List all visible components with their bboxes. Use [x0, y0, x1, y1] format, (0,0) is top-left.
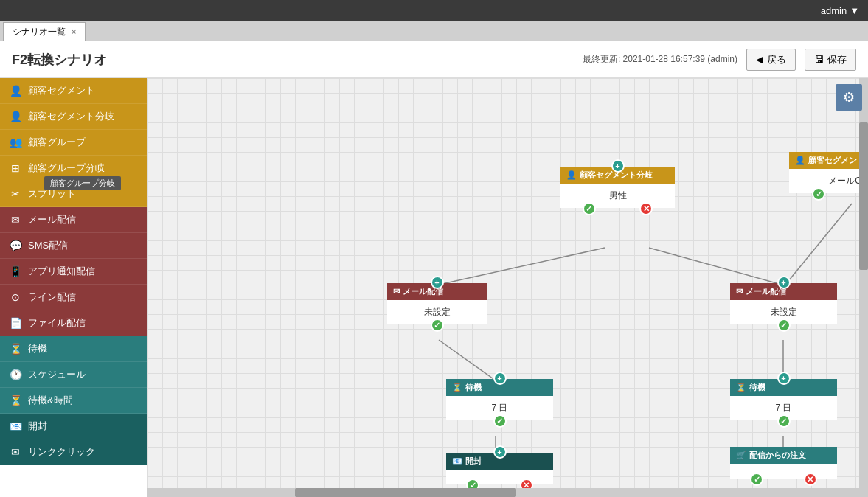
topbar: admin ▼	[0, 0, 868, 21]
sidebar-item-label: スケジュール	[28, 368, 86, 381]
horizontal-scrollbar[interactable]	[147, 488, 868, 497]
flow-canvas[interactable]: ⚙ + 👤 顧客セグメント分岐 男性 ✓ ✕ 👤 顧客セ	[147, 78, 868, 497]
sidebar-item-sms-delivery[interactable]: 💬 SMS配信	[0, 233, 147, 259]
sidebar-item-label: 顧客グループ	[28, 136, 86, 149]
vertical-scrollbar[interactable]	[859, 78, 868, 488]
node-header-label: 開封	[465, 456, 482, 467]
node-header: 👤 顧客セグメント分岐	[789, 152, 868, 169]
connector-top-1[interactable]: +	[611, 159, 625, 173]
node-wait-1[interactable]: + ⏳ 待機 7 日 ✓	[446, 379, 553, 420]
node-header-icon: 🛒	[736, 451, 746, 460]
svg-line-6	[785, 204, 852, 285]
sidebar-item-label: 開封	[28, 420, 47, 433]
settings-icon: ⚙	[843, 89, 855, 105]
back-button[interactable]: ◀ 戻る	[746, 49, 796, 71]
sidebar-item-label: 顧客セグメント分岐	[28, 110, 114, 123]
sidebar-item-app-push[interactable]: 📱 アプリ通知配信	[0, 259, 147, 285]
node-header-icon: ✉	[736, 287, 743, 296]
save-button[interactable]: 🖫 保存	[805, 49, 856, 71]
node-header-icon: ✉	[393, 287, 400, 296]
admin-dropdown[interactable]: admin ▼	[821, 5, 859, 16]
sidebar-item-label: SMS配信	[28, 239, 68, 252]
scenario-list-tab[interactable]: シナリオ一覧 ×	[3, 22, 86, 41]
connector-check-order1[interactable]: ✓	[750, 473, 763, 486]
customer-segment-branch-icon: 👤	[9, 110, 22, 123]
sidebar-item-wait-time[interactable]: ⏳ 待機&時間	[0, 388, 147, 414]
sidebar-item-link-click[interactable]: ✉ リンククリック	[0, 439, 147, 465]
canvas-settings-button[interactable]: ⚙	[836, 84, 862, 111]
sidebar-item-customer-group-branch[interactable]: ⊞ 顧客グループ分岐 顧客グループ分岐	[0, 156, 147, 181]
horizontal-scrollbar-thumb[interactable]	[295, 488, 516, 497]
back-label: 戻る	[767, 53, 786, 66]
sidebar-item-label: 顧客グループ分岐	[28, 161, 105, 175]
sidebar-item-line-delivery[interactable]: ⊙ ライン配信	[0, 285, 147, 310]
node-segment-branch-2[interactable]: 👤 顧客セグメント分岐 メールOK ✓ ✕	[789, 152, 868, 193]
connector-top-mail1[interactable]: +	[431, 276, 444, 289]
sidebar-item-customer-segment[interactable]: 👤 顧客セグメント	[0, 78, 147, 104]
split-icon: ✂	[9, 187, 22, 201]
sidebar-item-label: リンククリック	[28, 445, 95, 459]
svg-line-1	[649, 248, 782, 285]
sidebar-item-open[interactable]: 📧 開封	[0, 414, 147, 439]
connector-check-2[interactable]: ✓	[812, 187, 825, 201]
sidebar: 👤 顧客セグメント 👤 顧客セグメント分岐 👥 顧客グループ ⊞ 顧客グループ分…	[0, 78, 147, 497]
connector-top-open1[interactable]: +	[493, 445, 507, 459]
node-body: メールOK	[789, 169, 868, 193]
sidebar-item-label: 待機	[28, 342, 47, 355]
node-segment-branch-1[interactable]: + 👤 顧客セグメント分岐 男性 ✓ ✕	[560, 167, 675, 208]
node-mail-1[interactable]: + ✉ メール配信 未設定 ✓	[387, 283, 487, 324]
open-icon: 📧	[9, 420, 22, 433]
node-header-icon: ⏳	[452, 383, 462, 392]
tooltip-customer-group-branch: 顧客グループ分岐	[44, 176, 121, 190]
back-icon: ◀	[756, 54, 763, 65]
admin-label: admin	[821, 5, 847, 16]
connector-check-mail1[interactable]: ✓	[431, 319, 444, 332]
node-wait-2[interactable]: + ⏳ 待機 7 日 ✓	[730, 379, 837, 420]
node-open-1[interactable]: + 📧 開封 ✓ ✕	[446, 453, 553, 484]
sidebar-item-customer-segment-branch[interactable]: 👤 顧客セグメント分岐	[0, 104, 147, 130]
node-header-label: 配信からの注文	[749, 450, 806, 461]
node-header-label: 待機	[749, 382, 765, 393]
svg-line-2	[439, 340, 496, 380]
sidebar-item-label: ライン配信	[28, 291, 76, 304]
tab-close-button[interactable]: ×	[72, 27, 76, 36]
connector-top-wait2[interactable]: +	[777, 372, 791, 385]
connector-top-wait1[interactable]: +	[493, 372, 507, 385]
node-header: 🛒 配信からの注文	[730, 447, 837, 464]
vertical-scrollbar-thumb[interactable]	[859, 122, 868, 270]
customer-group-icon: 👥	[9, 136, 22, 149]
connector-x-1[interactable]: ✕	[639, 202, 653, 215]
connector-check-wait1[interactable]: ✓	[493, 414, 507, 428]
app-push-icon: 📱	[9, 265, 22, 278]
sidebar-item-wait[interactable]: ⏳ 待機	[0, 336, 147, 362]
connector-top-mail2[interactable]: +	[777, 276, 791, 289]
line-delivery-icon: ⊙	[9, 291, 22, 304]
node-header-icon: 👤	[566, 170, 577, 180]
main-area: 👤 顧客セグメント 👤 顧客セグメント分岐 👥 顧客グループ ⊞ 顧客グループ分…	[0, 78, 868, 497]
sidebar-item-mail-delivery[interactable]: ✉ メール配信	[0, 207, 147, 233]
wait-time-icon: ⏳	[9, 394, 22, 407]
sidebar-item-label: 顧客セグメント	[28, 84, 95, 97]
connector-check-mail2[interactable]: ✓	[777, 319, 791, 332]
node-body: 男性	[560, 184, 675, 208]
sidebar-item-schedule[interactable]: 🕐 スケジュール	[0, 362, 147, 388]
connector-x-order1[interactable]: ✕	[804, 473, 817, 486]
connector-check-1[interactable]: ✓	[583, 202, 596, 215]
node-header-label: 待機	[465, 382, 482, 393]
canvas-area[interactable]: ⚙ + 👤 顧客セグメント分岐 男性 ✓ ✕ 👤 顧客セ	[147, 78, 868, 497]
svg-line-0	[439, 248, 605, 285]
sidebar-item-customer-group[interactable]: 👥 顧客グループ	[0, 130, 147, 156]
sidebar-item-label: メール配信	[28, 213, 76, 226]
header-right: 最終更新: 2021-01-28 16:57:39 (admin) ◀ 戻る 🖫…	[583, 49, 856, 71]
file-delivery-icon: 📄	[9, 316, 22, 330]
page-header: F2転換シナリオ 最終更新: 2021-01-28 16:57:39 (admi…	[0, 41, 868, 78]
mail-delivery-icon: ✉	[9, 213, 22, 226]
schedule-icon: 🕐	[9, 368, 22, 381]
sidebar-item-label: アプリ通知配信	[28, 265, 95, 278]
tabbar: シナリオ一覧 ×	[0, 21, 868, 41]
node-header-icon: 📧	[452, 456, 462, 466]
connector-check-wait2[interactable]: ✓	[777, 414, 791, 428]
node-mail-2[interactable]: + ✉ メール配信 未設定 ✓	[730, 283, 837, 324]
node-order-1[interactable]: 🛒 配信からの注文 ✓ ✕	[730, 447, 837, 479]
sidebar-item-file-delivery[interactable]: 📄 ファイル配信	[0, 310, 147, 336]
